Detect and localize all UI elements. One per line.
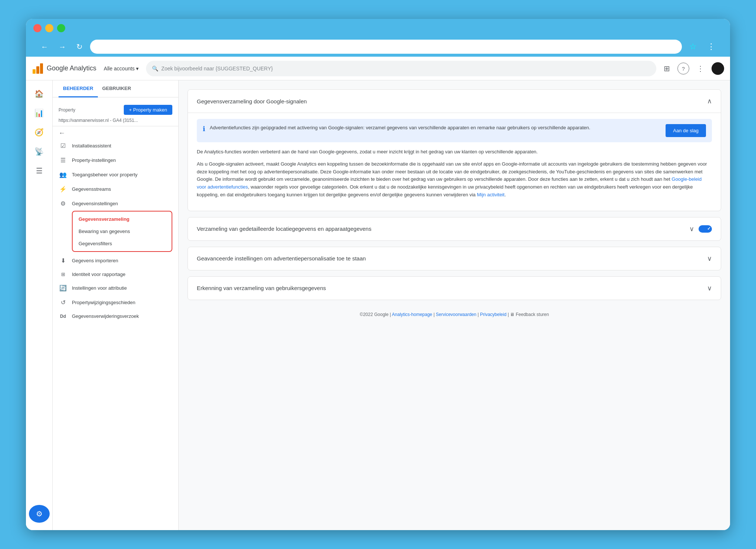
sidebar-item-verwijderingsverzoek[interactable]: Dd Gegevensverwijderingsverzoek (53, 310, 178, 323)
back-button[interactable]: ← (38, 41, 51, 53)
help-icon-button[interactable]: ? (677, 63, 689, 74)
sidebar-item-property-instellingen[interactable]: ☰ Property-instellingen (53, 153, 178, 167)
search-bar[interactable]: 🔍 Zoek bijvoorbeeld naar {SUGGESTED_QUER… (146, 61, 656, 76)
app-body: Google Analytics Alle accounts ▾ 🔍 Zoek … (26, 57, 730, 530)
google-signals-header[interactable]: Gegevensverzameling door Google-signalen… (188, 90, 721, 113)
attributie-label: Instellingen voor attributie (72, 285, 127, 291)
verwijderingsverzoek-label: Gegevensverwijderingsverzoek (72, 313, 139, 319)
footer-copyright: ©2022 Google | (360, 312, 392, 317)
google-signals-title: Gegevensverzameling door Google-signalen (197, 98, 307, 104)
header-actions: ⊞ ? ⋮ (661, 61, 724, 76)
nav-reports-icon[interactable]: 📊 (29, 104, 50, 122)
sidebar-item-toegangsbeheer[interactable]: 👥 Toegangsbeheer voor property (53, 167, 178, 182)
toegangsbeheer-icon: 👥 (59, 171, 67, 178)
info-icon: ℹ (203, 125, 205, 133)
icon-nav: 🏠 📊 🧭 📡 ☰ ⚙ (26, 80, 53, 530)
tab-gebruiker[interactable]: GEBRUIKER (98, 80, 136, 97)
avatar[interactable] (712, 62, 724, 75)
location-data-header: Verzameling van gedetailleerde locatiege… (188, 217, 721, 240)
sidebar-tabs: BEHEERDER GEBRUIKER (53, 80, 178, 97)
account-selector-label: Alle accounts (104, 66, 135, 71)
location-toggle-switch[interactable] (699, 225, 712, 233)
location-chevron-icon[interactable]: ∨ (689, 225, 694, 233)
google-signals-desc-2: Als u Google-signalen activeert, maakt G… (197, 160, 712, 199)
sidebar-content: Property + Property maken https://vanman… (53, 97, 178, 530)
wijzigingsgeschieden-icon: ↺ (59, 299, 67, 306)
address-bar[interactable] (90, 40, 682, 54)
footer-servicevoorwaarden-link[interactable]: Servicevoorwaarden (436, 312, 476, 317)
gegevensinstellingen-label: Gegevensinstellingen (72, 201, 118, 206)
app-header: Google Analytics Alle accounts ▾ 🔍 Zoek … (26, 57, 730, 80)
verwijderingsverzoek-icon: Dd (59, 314, 67, 319)
sidebar-item-identiteit-rapportage[interactable]: ⊞ Identiteit voor rapportage (53, 268, 178, 281)
refresh-button[interactable]: ↻ (73, 41, 86, 53)
google-signals-body: ℹ Advertentiefuncties zijn geüpgraded me… (188, 113, 721, 211)
star-icon[interactable]: ☆ (686, 40, 700, 53)
svg-rect-1 (36, 66, 39, 74)
gegevensstreams-icon: ⚡ (59, 186, 67, 193)
settings-icon-button[interactable]: ⚙ (29, 505, 50, 523)
google-beleid-link[interactable]: Google-beleid voor advertentiefuncties (197, 176, 702, 190)
maximize-button[interactable] (57, 24, 65, 32)
ad-personalization-header[interactable]: Geavanceerde instellingen om advertentie… (188, 247, 721, 270)
gegevensinstellingen-submenu: Gegevensverzameling Bewaring van gegeven… (72, 211, 172, 252)
ga-logo: Google Analytics (32, 63, 96, 74)
tab-beheerder[interactable]: BEHEERDER (59, 80, 98, 97)
ad-personalization-title: Geavanceerde instellingen om advertentie… (197, 255, 366, 262)
main-content: Gegevensverzameling door Google-signalen… (179, 80, 730, 530)
nav-explore-icon[interactable]: 🧭 (29, 123, 50, 141)
toegangsbeheer-label: Toegangsbeheer voor property (72, 172, 137, 177)
info-banner-text: Advertentiefuncties zijn geüpgraded met … (210, 124, 661, 132)
svg-rect-0 (33, 69, 36, 74)
sidebar-panel: BEHEERDER GEBRUIKER Property + Property … (53, 80, 179, 530)
sidebar-item-attributie[interactable]: 🔄 Instellingen voor attributie (53, 281, 178, 295)
sidebar-item-gegevensverzameling[interactable]: Gegevensverzameling (73, 213, 172, 225)
property-label: Property (59, 107, 75, 113)
footer-analytics-homepage-link[interactable]: Analytics-homepage (392, 312, 432, 317)
footer-privacybeleid-link[interactable]: Privacybeleid (480, 312, 506, 317)
sidebar-item-wijzigingsgeschieden[interactable]: ↺ Propertywijzigingsgeschieden (53, 295, 178, 310)
google-signals-section: Gegevensverzameling door Google-signalen… (188, 89, 721, 211)
nav-advertising-icon[interactable]: 📡 (29, 143, 50, 160)
nav-home-icon[interactable]: 🏠 (29, 85, 50, 103)
gegevens-importeren-label: Gegevens importeren (72, 258, 118, 263)
grid-icon-button[interactable]: ⊞ (661, 61, 673, 76)
sidebar-item-gegevensfilters[interactable]: Gegevensfilters (73, 237, 172, 250)
more-icon-button[interactable]: ⋮ (694, 61, 707, 76)
identiteit-rapportage-icon: ⊞ (59, 272, 67, 277)
footer: ©2022 Google | Analytics-homepage | Serv… (188, 306, 721, 323)
sidebar-item-gegevensstreams[interactable]: ⚡ Gegevensstreams (53, 182, 178, 196)
wijzigingsgeschieden-label: Propertywijzigingsgeschieden (72, 300, 135, 305)
location-data-section: Verzameling van gedetailleerde locatiege… (188, 217, 721, 241)
property-instellingen-icon: ☰ (59, 157, 67, 164)
aan-de-slag-button[interactable]: Aan de slag (666, 124, 706, 137)
account-chevron-icon: ▾ (136, 66, 139, 71)
footer-feedback[interactable]: 🖥 Feedback sturen (510, 312, 549, 317)
sidebar-item-gegevens-importeren[interactable]: ⬇ Gegevens importeren (53, 253, 178, 268)
property-instellingen-label: Property-instellingen (72, 157, 116, 163)
user-data-header[interactable]: Erkenning van verzameling van gebruikers… (188, 277, 721, 300)
forward-button[interactable]: → (56, 41, 69, 53)
property-url: https://vanmanenvisser.nl - GA4 (3151... (53, 118, 178, 126)
sidebar-item-gegevensinstellingen[interactable]: ⚙ Gegevensinstellingen (53, 196, 178, 211)
sidebar-back-button[interactable]: ← (53, 128, 178, 139)
mijn-activiteit-link[interactable]: Mijn activiteit (477, 192, 504, 197)
close-button[interactable] (33, 24, 42, 32)
ga-logo-icon (32, 63, 44, 74)
property-make-button[interactable]: + Property maken (124, 105, 172, 115)
user-data-title: Erkenning van verzameling van gebruikers… (197, 285, 326, 291)
account-selector[interactable]: Alle accounts ▾ (101, 63, 142, 74)
minimize-button[interactable] (45, 24, 53, 32)
traffic-lights (33, 24, 723, 32)
sidebar-item-installatieassistent[interactable]: ☑ Installatieassistent (53, 139, 178, 153)
location-data-title: Verzameling van gedetailleerde locatiege… (197, 226, 371, 232)
ad-personalization-section: Geavanceerde instellingen om advertentie… (188, 247, 721, 270)
user-data-chevron-icon: ∨ (707, 284, 712, 292)
browser-menu-icon[interactable]: ⋮ (704, 40, 718, 53)
search-icon: 🔍 (152, 66, 158, 71)
google-signals-desc-1: De Analytics-functies worden verbeterd a… (197, 148, 712, 156)
sidebar-item-bewaring[interactable]: Bewaring van gegevens (73, 225, 172, 237)
nav-configure-icon[interactable]: ☰ (29, 162, 50, 180)
app-title: Google Analytics (47, 64, 96, 72)
attributie-icon: 🔄 (59, 285, 67, 292)
